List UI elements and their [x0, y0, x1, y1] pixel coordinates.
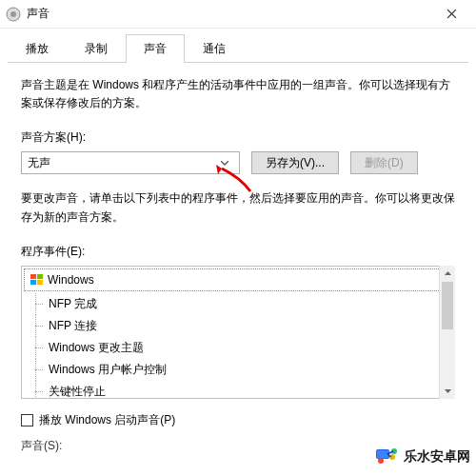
tab-sounds[interactable]: 声音: [126, 34, 185, 63]
tree-root[interactable]: Windows: [24, 268, 452, 291]
watermark-icon: [374, 444, 401, 470]
events-container: Windows NFP 完成 NFP 连接 Windows 更改主题 Windo…: [21, 266, 455, 399]
chevron-down-icon: [216, 161, 233, 166]
tab-recording[interactable]: 录制: [67, 34, 126, 63]
window-title: 声音: [27, 6, 432, 22]
events-label: 程序事件(E):: [21, 244, 455, 260]
tab-communication[interactable]: 通信: [185, 34, 244, 63]
scheme-row: 无声 另存为(V)... 删除(D): [21, 151, 455, 174]
startup-sound-label: 播放 Windows 启动声音(P): [39, 412, 175, 428]
svg-rect-5: [37, 280, 43, 285]
scroll-up-icon[interactable]: [440, 266, 455, 282]
svg-point-8: [378, 458, 384, 464]
watermark: 乐水安卓网: [374, 444, 470, 470]
svg-rect-3: [37, 274, 43, 279]
scroll-thumb[interactable]: [442, 282, 453, 329]
svg-point-1: [10, 11, 16, 17]
tab-playback[interactable]: 播放: [8, 34, 67, 63]
svg-rect-4: [30, 280, 36, 285]
tab-bar: 播放 录制 声音 通信: [0, 29, 476, 63]
scroll-track[interactable]: [440, 282, 455, 383]
startup-sound-checkbox[interactable]: [21, 414, 33, 426]
titlebar: 声音: [0, 0, 476, 29]
scheme-label: 声音方案(H):: [21, 129, 455, 146]
save-as-button[interactable]: 另存为(V)...: [251, 151, 339, 174]
tab-content: 声音主题是在 Windows 和程序产生的活动事件中应用的一组声音。你可以选择现…: [0, 63, 476, 467]
scroll-down-icon[interactable]: [440, 383, 455, 399]
watermark-text: 乐水安卓网: [404, 448, 470, 466]
tree-item[interactable]: Windows 用户帐户控制: [22, 359, 454, 381]
tree-root-label: Windows: [48, 273, 94, 287]
delete-button: 删除(D): [350, 151, 418, 174]
scrollbar[interactable]: [439, 266, 455, 399]
scheme-value: 无声: [28, 155, 216, 171]
tree-item[interactable]: NFP 完成: [22, 293, 454, 315]
tree-item[interactable]: 关键性停止: [22, 381, 454, 399]
close-button[interactable]: [432, 0, 470, 29]
events-listbox[interactable]: Windows NFP 完成 NFP 连接 Windows 更改主题 Windo…: [21, 266, 455, 399]
sound-icon: [6, 7, 21, 22]
startup-sound-row: 播放 Windows 启动声音(P): [21, 412, 455, 428]
svg-rect-2: [30, 274, 36, 279]
events-description: 要更改声音，请单击以下列表中的程序事件，然后选择要应用的声音。你可以将更改保存为…: [21, 189, 455, 226]
windows-logo-icon: [30, 274, 44, 286]
tree-item[interactable]: Windows 更改主题: [22, 337, 454, 359]
scheme-combobox[interactable]: 无声: [21, 151, 240, 174]
svg-rect-7: [377, 450, 388, 458]
scheme-description: 声音主题是在 Windows 和程序产生的活动事件中应用的一组声音。你可以选择现…: [21, 76, 455, 112]
tree-item[interactable]: NFP 连接: [22, 315, 454, 337]
